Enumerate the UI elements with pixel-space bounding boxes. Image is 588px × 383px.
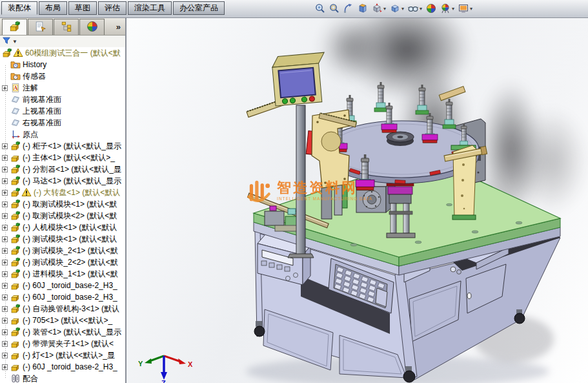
tree-item[interactable]: 原点 [0, 129, 127, 140]
tree-item[interactable]: (-) 测试模块_2<1> (默认<默 [0, 245, 127, 256]
tree-item[interactable]: (-) 马达<1> (默认<默认_显示 [0, 175, 127, 187]
tree-expander[interactable] [2, 143, 8, 149]
tree-filter-bar[interactable]: ▼ [0, 36, 125, 48]
tree-item[interactable]: 右视基准面 [0, 117, 127, 129]
tree-expander[interactable] [2, 248, 8, 254]
tree-item[interactable]: A注解 [0, 82, 127, 94]
tree-item[interactable]: (-) 测试模块_2<2> (默认<默 [0, 256, 127, 268]
commandmanager-tab[interactable]: 装配体 [1, 1, 37, 15]
tree-item[interactable]: 60模组测试三合一 (默认<默 [0, 47, 127, 59]
tree-expander[interactable] [2, 295, 8, 300]
dropdown-arrow-icon[interactable]: ▾ [401, 6, 404, 12]
commandmanager-tab[interactable]: 评估 [98, 1, 127, 15]
asm-icon [10, 176, 21, 186]
hmi-button-green [290, 98, 296, 103]
section-view-button[interactable] [356, 1, 370, 16]
tree-item[interactable]: (-) 取测试模块<1> (默认<默 [0, 198, 127, 210]
tree-item[interactable]: (-) 带弹簧夹子1<1> (默认< [0, 338, 127, 349]
zoom-to-fit-button[interactable] [313, 1, 327, 16]
tree-item[interactable]: (-) 分割器<1> (默认<默认_显 [0, 163, 127, 175]
tree-expander[interactable] [2, 329, 8, 335]
display-style-icon [390, 3, 400, 14]
view-settings-button[interactable]: ▾ [456, 1, 474, 16]
tree-gutter [2, 329, 10, 335]
tree-item[interactable]: 上视基准面 [0, 105, 127, 117]
tree-item-label: 前视基准面 [23, 94, 61, 105]
tree-item[interactable]: (-) 60J _toroid_base-2_H3_ [0, 291, 127, 303]
tree-expander[interactable] [2, 225, 8, 231]
tree-item[interactable]: (-) 60J _toroid_base-2_H3_ [0, 361, 127, 373]
filter-funnel-icon[interactable] [2, 36, 11, 47]
zoom-to-area-button[interactable] [327, 1, 341, 16]
tree-item[interactable]: (-) 灯<1> (默认<<默认>_显 [0, 349, 127, 361]
tree-item[interactable]: 配合 [0, 373, 127, 383]
tree-item[interactable]: (-) 主体<1> (默认<<默认>_ [0, 152, 127, 163]
tree-gutter [2, 248, 10, 254]
tree-item[interactable]: (-) 705<1> (默认<<默认>_ [0, 315, 127, 326]
tree-item[interactable]: (-) 60J _toroid_base-2_H3_ [0, 280, 127, 291]
tree-item[interactable]: (-) 柜子<1> (默认<默认_显示 [0, 140, 127, 152]
configurationmanager-tab[interactable] [54, 19, 79, 35]
tree-expander[interactable] [2, 202, 8, 207]
tree-expander[interactable] [2, 341, 8, 347]
tree-item[interactable]: (-) 装管<1> (默认<默认_显示 [0, 326, 127, 338]
view-orientation-button[interactable]: ▾ [370, 1, 388, 16]
plane-icon [10, 118, 21, 128]
panel-overflow-chevron[interactable]: » [116, 19, 121, 35]
dropdown-arrow-icon[interactable]: ▾ [470, 6, 472, 12]
tree-item[interactable]: (-) 测试模块<1> (默认<默认 [0, 233, 127, 245]
zoom-to-area-icon [329, 3, 340, 14]
featuremanager-design-tree-tab[interactable] [2, 19, 27, 35]
tree-expander[interactable] [2, 271, 8, 277]
tree-expander[interactable] [2, 283, 8, 289]
tree-gutter [2, 271, 10, 277]
commandmanager-tab[interactable]: 渲染工具 [128, 1, 172, 15]
tree-expander[interactable] [2, 213, 8, 219]
rotate-view-button[interactable] [341, 1, 356, 16]
dropdown-arrow-icon[interactable]: ▾ [383, 6, 386, 12]
tree-gutter [2, 213, 10, 219]
commandmanager-tab[interactable]: 办公室产品 [173, 1, 225, 15]
asm-icon [10, 269, 21, 279]
tree-expander[interactable] [2, 260, 8, 265]
dropdown-arrow-icon[interactable]: ▾ [420, 6, 422, 12]
tree-expander[interactable] [2, 318, 8, 324]
view-settings-icon [458, 3, 469, 14]
tree-item[interactable]: History [0, 59, 127, 70]
apply-scene-button[interactable]: ▾ [438, 1, 456, 16]
tree-expander[interactable] [2, 364, 8, 370]
triad-x-label: X [188, 360, 193, 368]
disc-hub [387, 132, 414, 146]
tree-item-label: 原点 [23, 129, 38, 140]
tree-item[interactable]: 前视基准面 [0, 94, 127, 105]
asm-icon [10, 245, 21, 256]
filter-dropdown-caret[interactable]: ▼ [12, 39, 17, 45]
commandmanager-tab[interactable]: 布局 [39, 1, 67, 15]
display-style-button[interactable]: ▾ [388, 1, 406, 16]
tree-item[interactable]: (-) 人机模块<1> (默认<默认 [0, 222, 127, 233]
tree-expander[interactable] [2, 85, 8, 91]
commandmanager-tab[interactable]: 草图 [68, 1, 97, 15]
assembly-machine-model[interactable] [127, 17, 588, 383]
tree-expander[interactable] [2, 353, 8, 358]
displaymanager-tab[interactable] [79, 19, 105, 35]
tree-expander[interactable] [2, 178, 8, 184]
graphics-viewport[interactable]: 智造资料网 INTELLIGENT MANUFACTURING DATA X Y… [127, 17, 588, 383]
dropdown-arrow-icon[interactable]: ▾ [452, 6, 454, 12]
tree-expander[interactable] [2, 190, 8, 196]
tree-expander[interactable] [2, 236, 8, 242]
tree-gutter [2, 225, 10, 231]
tree-item[interactable]: (-) 自动换管机构-3<1> (默认 [0, 303, 127, 315]
hide-show-items-button[interactable]: ▾ [406, 1, 424, 16]
propertymanager-tab[interactable] [28, 19, 53, 35]
tree-item[interactable]: (-) 进料模块_1<1> (默认<默 [0, 268, 127, 280]
tree-expander[interactable] [2, 155, 8, 161]
tree-item[interactable]: (-) 大转盘<1> (默认<默认 [0, 187, 127, 198]
tree-item[interactable]: 传感器 [0, 70, 127, 82]
tree-expander[interactable] [2, 167, 8, 172]
tree-item[interactable]: (-) 取测试模块<2> (默认<默 [0, 210, 127, 222]
tree-item-label: (-) 60J _toroid_base-2_H3_ [23, 362, 117, 371]
tree-expander[interactable] [2, 306, 8, 312]
edit-appearance-button[interactable] [424, 1, 438, 16]
tree-gutter [2, 260, 10, 265]
